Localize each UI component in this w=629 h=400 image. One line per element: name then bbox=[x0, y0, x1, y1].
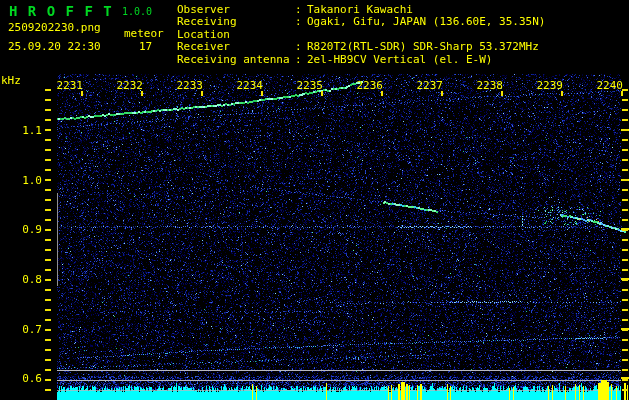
hrofft-window: H R O F F T 1.0.0 2509202230.png meteor … bbox=[0, 0, 629, 400]
info-value: Ogaki, Gifu, JAPAN (136.60E, 35.35N) bbox=[307, 16, 545, 41]
info-colon: : bbox=[295, 41, 307, 53]
info-row-antenna: Receiving antenna:2el-HB9CV Vertical (el… bbox=[177, 54, 545, 66]
info-row-location: Receiving Location:Ogaki, Gifu, JAPAN (1… bbox=[177, 16, 545, 41]
station-info: Observer:Takanori Kawachi Receiving Loca… bbox=[177, 4, 545, 66]
info-value: R820T2(RTL-SDR) SDR-Sharp 53.372MHz bbox=[307, 41, 539, 53]
app-version: 1.0.0 bbox=[122, 6, 152, 17]
info-colon: : bbox=[295, 16, 307, 41]
mode-label: meteor bbox=[124, 27, 164, 40]
info-colon: : bbox=[295, 54, 307, 66]
info-label: Receiving antenna bbox=[177, 54, 295, 66]
meteor-count: 17 bbox=[139, 40, 152, 53]
output-filename: 2509202230.png bbox=[8, 21, 101, 34]
app-title: H R O F F T bbox=[9, 3, 113, 19]
info-value: 2el-HB9CV Vertical (el. E-W) bbox=[307, 54, 492, 66]
info-row-receiver: Receiver:R820T2(RTL-SDR) SDR-Sharp 53.37… bbox=[177, 41, 545, 53]
info-label: Receiving Location bbox=[177, 16, 295, 41]
info-label: Receiver bbox=[177, 41, 295, 53]
timestamp: 25.09.20 22:30 bbox=[8, 40, 101, 53]
